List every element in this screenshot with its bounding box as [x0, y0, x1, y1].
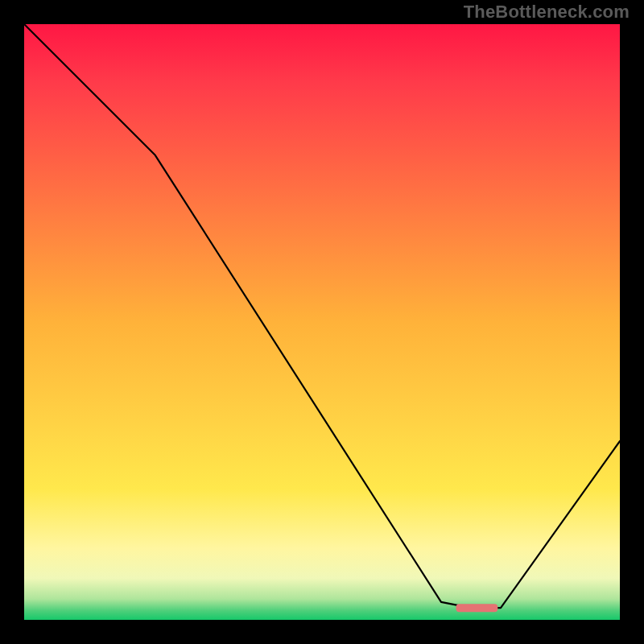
optimum-marker [456, 604, 498, 612]
chart-frame: TheBottleneck.com [0, 0, 644, 644]
watermark-text: TheBottleneck.com [464, 2, 630, 23]
bottleneck-chart [24, 24, 620, 620]
